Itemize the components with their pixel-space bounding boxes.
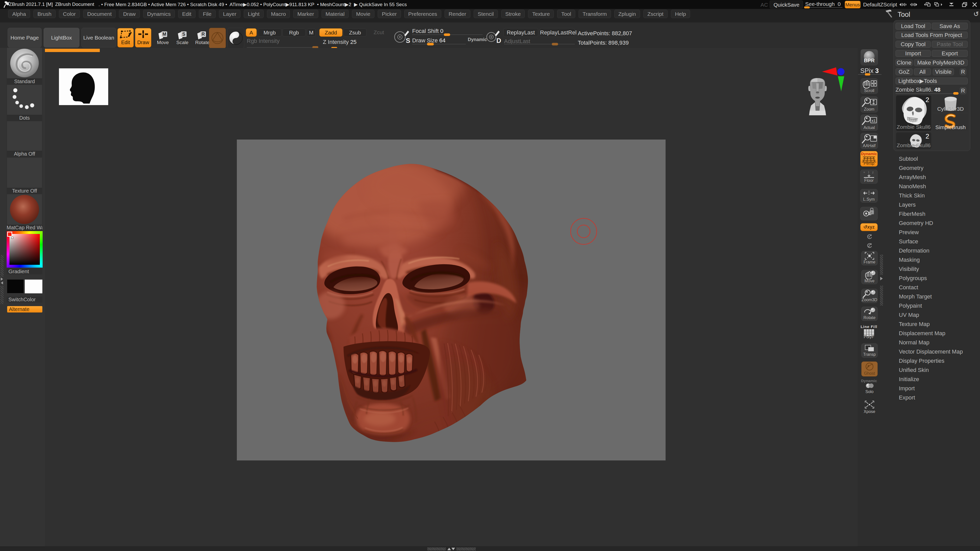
svg-text:S: S [182,32,185,37]
svg-text:x1: x1 [872,118,876,123]
svg-text:Y: Y [868,235,870,239]
svg-text:S: S [406,37,410,44]
svg-text:M: M [162,32,166,37]
svg-text:BPR: BPR [864,58,875,63]
svg-text:Z: Z [868,244,870,248]
svg-text:R: R [202,32,205,37]
svg-text:D: D [496,37,501,44]
svg-text:c: c [871,211,873,214]
